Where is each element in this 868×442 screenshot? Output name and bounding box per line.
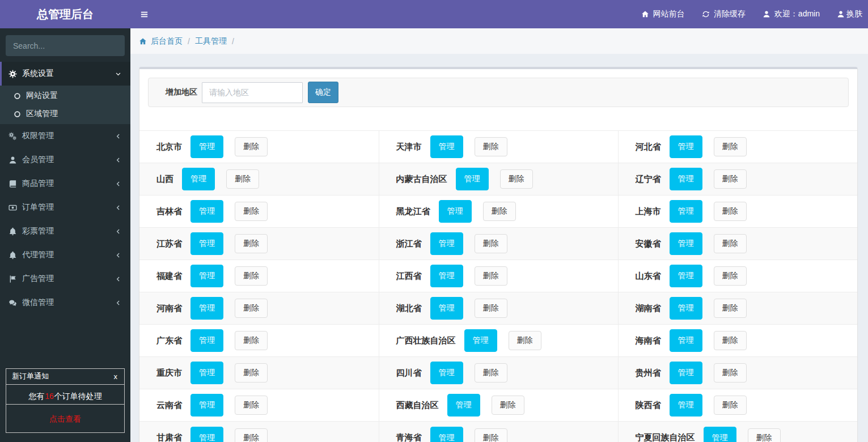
delete-button[interactable]: 删除 [475, 266, 507, 286]
manage-button[interactable]: 管理 [190, 427, 223, 442]
user-icon [9, 156, 17, 164]
sidebar-item-ad-management[interactable]: 广告管理 [0, 267, 130, 291]
manage-button[interactable]: 管理 [670, 265, 702, 287]
manage-button[interactable]: 管理 [670, 168, 702, 190]
delete-button[interactable]: 删除 [714, 234, 747, 253]
breadcrumb-link-1[interactable]: 后台首页 [151, 36, 183, 46]
delete-button[interactable]: 删除 [235, 202, 268, 221]
region-cell: 重庆市管理删除 [139, 357, 379, 389]
manage-button[interactable]: 管理 [430, 297, 463, 320]
manage-button[interactable]: 管理 [439, 200, 472, 223]
sidebar-item-order-management[interactable]: 订单管理 [0, 196, 130, 219]
region-name: 陕西省 [636, 400, 661, 411]
delete-button[interactable]: 删除 [235, 428, 268, 442]
sidebar-item-agent-management[interactable]: 代理管理 [0, 243, 130, 267]
delete-button[interactable]: 删除 [509, 331, 541, 350]
delete-button[interactable]: 删除 [500, 169, 533, 189]
manage-button[interactable]: 管理 [190, 394, 223, 416]
user-icon [763, 10, 770, 18]
delete-button[interactable]: 删除 [475, 137, 507, 156]
sidebar-item-member-management[interactable]: 会员管理 [0, 148, 130, 172]
delete-button[interactable]: 删除 [475, 363, 507, 382]
change-skin-link[interactable]: 换肤 [828, 0, 868, 28]
delete-button[interactable]: 删除 [235, 363, 268, 382]
sidebar-subitem-site-settings[interactable]: 网站设置 [0, 87, 130, 105]
manage-button[interactable]: 管理 [447, 394, 480, 416]
delete-button[interactable]: 删除 [714, 202, 747, 221]
delete-button[interactable]: 删除 [714, 396, 747, 415]
manage-button[interactable]: 管理 [190, 265, 223, 287]
region-cell: 云南省管理删除 [139, 389, 379, 422]
manage-button[interactable]: 管理 [430, 427, 463, 442]
delete-button[interactable]: 删除 [714, 363, 747, 382]
change-skin-label: 换肤 [846, 9, 862, 19]
delete-button[interactable]: 删除 [714, 169, 747, 189]
manage-button[interactable]: 管理 [704, 427, 736, 442]
manage-button[interactable]: 管理 [670, 135, 702, 158]
breadcrumb: 后台首页/工具管理/ [130, 28, 868, 54]
bell-icon [9, 251, 17, 260]
manage-button[interactable]: 管理 [190, 200, 223, 223]
sidebar-item-system-settings[interactable]: 系统设置 [0, 62, 130, 86]
sidebar-subitem-region-management[interactable]: 区域管理 [0, 105, 130, 123]
sidebar-toggle-button[interactable] [130, 0, 158, 28]
delete-button[interactable]: 删除 [235, 396, 268, 415]
region-name: 广西壮族自治区 [396, 335, 456, 346]
delete-button[interactable]: 删除 [235, 266, 268, 286]
delete-button[interactable]: 删除 [714, 137, 747, 156]
app-logo[interactable]: 总管理后台 [0, 0, 130, 28]
delete-button[interactable]: 删除 [748, 428, 781, 442]
manage-button[interactable]: 管理 [670, 297, 702, 320]
manage-button[interactable]: 管理 [464, 329, 497, 352]
delete-button[interactable]: 删除 [475, 234, 507, 253]
region-cell: 河南省管理删除 [139, 292, 379, 325]
notification-close-button[interactable]: x [113, 372, 119, 381]
search-input[interactable] [6, 36, 123, 56]
delete-button[interactable]: 删除 [226, 169, 259, 189]
delete-button[interactable]: 删除 [714, 331, 747, 350]
manage-button[interactable]: 管理 [670, 200, 702, 223]
region-cell: 安徽省管理删除 [618, 228, 857, 260]
delete-button[interactable]: 删除 [235, 331, 268, 350]
delete-button[interactable]: 删除 [483, 202, 516, 221]
manage-button[interactable]: 管理 [430, 232, 463, 255]
notification-view-link[interactable]: 点击查看 [6, 407, 124, 432]
search-button[interactable] [123, 35, 125, 56]
manage-button[interactable]: 管理 [190, 232, 223, 255]
clear-cache-link[interactable]: 清除缓存 [693, 0, 754, 28]
delete-button[interactable]: 删除 [475, 299, 507, 318]
delete-button[interactable]: 删除 [492, 396, 524, 415]
delete-button[interactable]: 删除 [475, 428, 507, 442]
manage-button[interactable]: 管理 [670, 394, 702, 416]
manage-button[interactable]: 管理 [430, 135, 463, 158]
region-table: 北京市管理删除天津市管理删除河北省管理删除山西管理删除内蒙古自治区管理删除辽宁省… [139, 130, 857, 442]
sidebar-item-lottery-management[interactable]: 彩票管理 [0, 219, 130, 243]
manage-button[interactable]: 管理 [190, 297, 223, 320]
sidebar-item-permission-management[interactable]: 权限管理 [0, 124, 130, 148]
delete-button[interactable]: 删除 [235, 137, 268, 156]
region-input[interactable] [202, 82, 303, 103]
delete-button[interactable]: 删除 [235, 299, 268, 318]
region-name: 湖南省 [636, 303, 661, 314]
manage-button[interactable]: 管理 [190, 329, 223, 352]
manage-button[interactable]: 管理 [190, 362, 223, 384]
manage-button[interactable]: 管理 [182, 168, 215, 190]
delete-button[interactable]: 删除 [235, 234, 268, 253]
sidebar-item-product-management[interactable]: 商品管理 [0, 172, 130, 196]
frontend-link[interactable]: 网站前台 [633, 0, 693, 28]
delete-button[interactable]: 删除 [714, 299, 747, 318]
manage-button[interactable]: 管理 [430, 265, 463, 287]
breadcrumb-home-icon [139, 37, 147, 45]
manage-button[interactable]: 管理 [670, 329, 702, 352]
manage-button[interactable]: 管理 [670, 232, 702, 255]
manage-button[interactable]: 管理 [430, 362, 463, 384]
delete-button[interactable]: 删除 [714, 266, 747, 286]
manage-button[interactable]: 管理 [456, 168, 489, 190]
manage-button[interactable]: 管理 [190, 135, 223, 158]
breadcrumb-link-2[interactable]: 工具管理 [195, 36, 227, 46]
confirm-button[interactable]: 确定 [308, 82, 338, 103]
table-row: 甘肃省管理删除青海省管理删除宁夏回族自治区管理删除 [139, 422, 857, 442]
welcome-user[interactable]: 欢迎：admin [754, 0, 828, 28]
sidebar-item-wechat-management[interactable]: 微信管理 [0, 291, 130, 314]
manage-button[interactable]: 管理 [670, 362, 702, 384]
